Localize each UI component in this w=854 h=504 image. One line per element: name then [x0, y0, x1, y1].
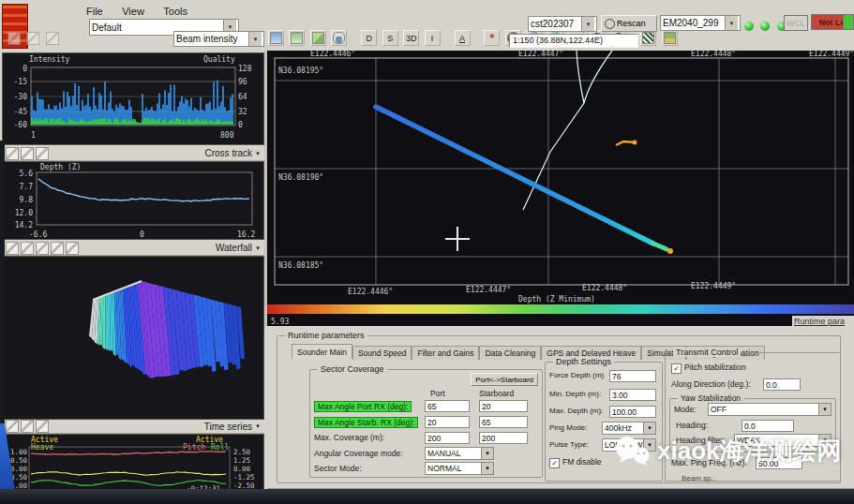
map-canvas[interactable]: E122.4446° E122.4447° E122.4448° E122.44…: [267, 51, 854, 326]
menu-tools[interactable]: Tools: [163, 6, 187, 17]
starboard-column-header: Starboard: [479, 389, 514, 398]
zoom-box-icon[interactable]: [21, 147, 34, 160]
time-series-title: Time series: [204, 422, 252, 432]
svg-text:E122.4448°: E122.4448°: [691, 51, 736, 58]
time-series-panel: Active Heave Active Pitch Roll 1.00 0.50…: [2, 434, 264, 491]
beam-intensity-chart: 0 -15 -30 -45 -60 128 96 64 32 0 1 800: [7, 65, 262, 143]
sector-mode-label: Sector Mode:: [314, 464, 362, 473]
tab-filter-gains[interactable]: Filter and Gains: [412, 346, 479, 360]
along-direction-input[interactable]: 0.0: [763, 378, 801, 391]
runtime-parameters-link[interactable]: Runtime para: [792, 316, 854, 327]
view-d-button[interactable]: D: [361, 30, 377, 46]
max-angle-port-rx-port-input[interactable]: 65: [425, 400, 470, 412]
chart-icon[interactable]: [289, 30, 305, 46]
pan-icon[interactable]: [6, 147, 19, 160]
reset-icon[interactable]: [36, 147, 49, 160]
rescan-button[interactable]: Rescan: [601, 15, 657, 32]
heading-input[interactable]: 0.0: [742, 420, 794, 432]
view-3d-button[interactable]: 3D: [403, 30, 419, 46]
max-angle-port-rx-starboard-input[interactable]: 20: [479, 400, 528, 412]
waterfall-panel[interactable]: [2, 256, 264, 420]
cross-track-chart: 5.6 7.7 9.8 12.0 14.2 -6.6 0 16.2: [3, 164, 263, 239]
draw-tool-icons[interactable]: [7, 32, 61, 49]
orange-object-dot: [633, 141, 637, 145]
max-coverage-starboard-input[interactable]: 200: [479, 432, 528, 444]
wcl-button[interactable]: WCL: [784, 15, 808, 31]
max-coverage-port-input[interactable]: 200: [425, 432, 470, 444]
chevron-down-icon: ▼: [255, 151, 261, 156]
svg-text:E122.4447°: E122.4447°: [466, 286, 511, 294]
force-depth-label: Force Depth (m): [549, 371, 604, 379]
grid-icon[interactable]: [268, 30, 284, 46]
picture-icon[interactable]: [662, 30, 678, 46]
svg-text:0.00: 0.00: [10, 465, 28, 473]
angular-coverage-mode-dropdown[interactable]: MANUAL ▼: [425, 447, 494, 460]
sounder-dropdown[interactable]: EM2040_299 ▼: [660, 15, 741, 31]
watermark: xiaok海洋测绘网: [614, 435, 842, 467]
yaw-mode-dropdown[interactable]: OFF ▼: [708, 403, 832, 416]
waterfall-selector[interactable]: Waterfall ▼: [216, 243, 261, 253]
menu-view[interactable]: View: [122, 6, 144, 17]
chevron-down-icon: ▼: [581, 17, 594, 31]
tab-data-cleaning[interactable]: Data Cleaning: [479, 346, 541, 360]
view-a-button[interactable]: A: [455, 30, 471, 46]
intensity-label: Intensity: [29, 55, 69, 64]
display-mode-value: Beam intensity: [176, 34, 248, 44]
pan-icon[interactable]: [21, 242, 34, 255]
chevron-down-icon: ▼: [643, 422, 655, 434]
terrain-icon[interactable]: [310, 30, 326, 46]
rotate-icon[interactable]: [6, 242, 19, 255]
display-mode-dropdown[interactable]: Beam intensity ▼: [173, 31, 264, 47]
max-depth-input[interactable]: 100.00: [609, 406, 656, 418]
pinging-badge-edge[interactable]: [843, 14, 854, 30]
time-series-chart: 1.00 0.50 0.00 -0.50 -1.00 2.50 1.25 0.0…: [3, 435, 263, 491]
map-area[interactable]: E122.4446° E122.4447° E122.4448° E122.44…: [267, 51, 854, 326]
svg-text:N36.08190°: N36.08190°: [278, 173, 323, 182]
max-angle-starb-rx-starboard-input[interactable]: 65: [479, 416, 528, 428]
pan-icon[interactable]: [6, 420, 19, 433]
max-angle-starb-rx-port-input[interactable]: 20: [425, 416, 470, 428]
beam-intensity-panel: Intensity Quality 0 -15 -30 -45 -60 128 …: [2, 52, 264, 145]
reset-view-icon[interactable]: [66, 242, 79, 255]
tab-sounder-main[interactable]: Sounder Main: [292, 344, 352, 359]
force-depth-input[interactable]: 76: [609, 370, 656, 382]
palette-icon[interactable]: [51, 242, 64, 255]
svg-text:12.0: 12.0: [15, 209, 33, 217]
runtime-legend: Runtime parameters: [285, 331, 367, 340]
view-i-button[interactable]: I: [425, 30, 441, 46]
status-led-1: [744, 22, 754, 31]
port-starboard-swap-button[interactable]: Port<->Starboard: [471, 373, 538, 386]
svg-text:E122.4449°: E122.4449°: [691, 282, 736, 290]
chevron-down-icon: ▼: [481, 463, 493, 474]
survey-dropdown[interactable]: cst202307 ▼: [528, 16, 597, 32]
time-series-selector[interactable]: Time series ▼: [204, 422, 261, 432]
pitch-stabilization-checkbox[interactable]: ✓: [671, 363, 682, 374]
pencil-icon[interactable]: [7, 32, 21, 45]
transmit-control-title: Transmit Control: [673, 348, 741, 357]
menu-file[interactable]: File: [86, 6, 103, 17]
svg-text:-6.6: -6.6: [29, 230, 47, 239]
ping-mode-dropdown[interactable]: 400kHz ▼: [602, 422, 656, 435]
tab-sound-speed[interactable]: Sound Speed: [352, 346, 412, 360]
view-s-button[interactable]: S: [382, 30, 398, 46]
min-depth-input[interactable]: 3.00: [609, 389, 656, 401]
svg-text:E122.4448°: E122.4448°: [582, 284, 627, 292]
select-icon[interactable]: [46, 32, 59, 45]
svg-text:1.25: 1.25: [233, 456, 250, 465]
cloud-icon[interactable]: [331, 30, 347, 46]
hatch-icon[interactable]: [640, 30, 656, 46]
texture-icon[interactable]: [36, 242, 49, 255]
sector-mode-dropdown[interactable]: NORMAL ▼: [425, 462, 494, 475]
orange-object-marker: [616, 141, 635, 145]
eraser-icon[interactable]: [26, 32, 39, 45]
svg-text:5.6: 5.6: [20, 170, 34, 178]
close-icon[interactable]: [36, 420, 49, 433]
pitch-stabilization-row[interactable]: ✓Pitch stabilization: [671, 363, 746, 374]
fm-disable-checkbox[interactable]: ✓: [549, 458, 560, 468]
sun-icon[interactable]: *: [484, 30, 500, 46]
svg-text:-1.25: -1.25: [233, 473, 255, 482]
fm-disable-row[interactable]: ✓FM disable: [549, 457, 602, 468]
zoom-box-icon[interactable]: [21, 420, 34, 433]
yaw-stabilization-title: Yaw Stabilization: [678, 393, 743, 403]
cross-track-selector[interactable]: Cross track ▼: [204, 148, 261, 158]
